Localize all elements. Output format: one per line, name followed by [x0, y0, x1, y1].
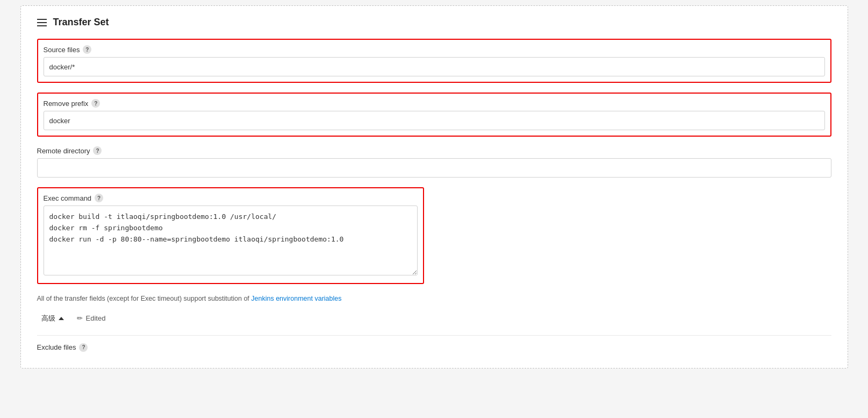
remove-prefix-section: Remove prefix ?: [37, 93, 831, 137]
jenkins-env-vars-link[interactable]: Jenkins environment variables: [251, 295, 341, 302]
remote-directory-label: Remote directory ?: [37, 146, 831, 155]
main-container: Transfer Set Source files ? Remove prefi…: [20, 5, 848, 369]
remote-directory-input[interactable]: [37, 158, 831, 178]
exclude-files-label: Exclude files ?: [37, 343, 831, 352]
remove-prefix-label: Remove prefix ?: [44, 99, 825, 108]
source-files-input[interactable]: [44, 57, 825, 76]
source-files-label: Source files ?: [44, 45, 825, 54]
info-text: All of the transfer fields (except for E…: [37, 294, 831, 304]
exec-command-textarea[interactable]: docker build -t itlaoqi/springbootdemo:1…: [44, 206, 418, 275]
exec-command-help-icon[interactable]: ?: [95, 194, 103, 202]
advanced-button[interactable]: 高级: [37, 311, 68, 325]
remote-directory-section: Remote directory ?: [37, 146, 831, 178]
exclude-files-section: Exclude files ?: [37, 335, 831, 352]
exec-command-label: Exec command ?: [44, 194, 418, 202]
page-title: Transfer Set: [53, 17, 109, 28]
source-files-section: Source files ?: [37, 39, 831, 83]
remove-prefix-input[interactable]: [44, 111, 825, 130]
advanced-label: 高级: [41, 314, 55, 323]
pencil-icon: ✏: [77, 314, 83, 322]
hamburger-menu-icon[interactable]: [37, 19, 47, 26]
source-files-help-icon[interactable]: ?: [83, 45, 91, 54]
advanced-row: 高级 ✏ Edited: [37, 311, 831, 325]
exec-command-section: Exec command ? docker build -t itlaoqi/s…: [37, 187, 424, 284]
chevron-up-icon: [59, 317, 64, 320]
exclude-files-help-icon[interactable]: ?: [79, 343, 88, 352]
remove-prefix-help-icon[interactable]: ?: [91, 99, 100, 108]
header: Transfer Set: [37, 17, 831, 28]
remote-directory-help-icon[interactable]: ?: [93, 146, 102, 155]
edited-label: Edited: [86, 314, 106, 322]
edited-indicator: ✏ Edited: [77, 314, 106, 322]
